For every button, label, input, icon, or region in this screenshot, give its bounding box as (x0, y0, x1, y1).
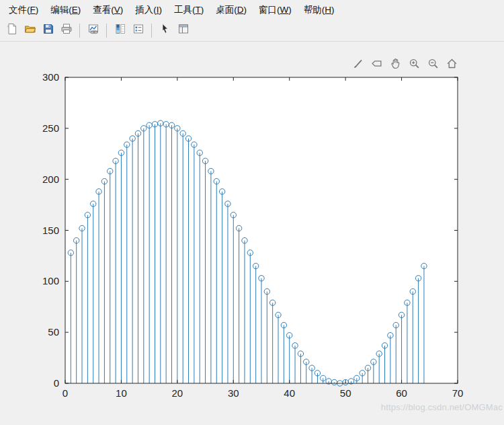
property-inspector-button[interactable] (175, 22, 192, 39)
print-figure-button[interactable] (58, 22, 75, 39)
link-plot-button[interactable] (85, 22, 101, 39)
restore-view-button[interactable] (444, 58, 460, 72)
toolbar-separator (151, 24, 152, 38)
menu-label: 帮助 (304, 5, 322, 15)
x-tick-label: 20 (172, 387, 183, 399)
insert-colorbar-button[interactable] (112, 22, 128, 39)
data-tips-icon (371, 58, 382, 72)
menu-label: 工具 (174, 5, 192, 15)
menu-label: 编辑 (50, 5, 69, 15)
data-tips-button[interactable] (369, 58, 384, 72)
open-file-button[interactable] (22, 22, 38, 39)
toolbar-separator (106, 24, 107, 38)
x-tick-label: 70 (452, 387, 464, 399)
x-tick-label: 10 (116, 387, 127, 399)
menu-label: 插入 (135, 5, 153, 15)
x-tick-label: 30 (228, 387, 239, 399)
menu-item-tools[interactable]: 工具(T) (168, 1, 210, 20)
insert-legend-button[interactable] (130, 22, 146, 39)
toolbar-separator (79, 24, 80, 38)
menu-label: 查看 (93, 5, 111, 15)
pan-hand-icon (390, 58, 401, 72)
menu-item-desktop[interactable]: 桌面(D) (210, 1, 253, 20)
brush-button[interactable] (350, 58, 366, 72)
brush-icon (352, 58, 364, 72)
y-tick-label: 50 (48, 326, 59, 338)
new-figure-button[interactable] (3, 22, 20, 39)
cursor-arrow-icon (159, 23, 171, 38)
x-tick-label: 50 (340, 387, 351, 399)
zoom-in-icon (409, 58, 420, 72)
menu-item-insert[interactable]: 插入(I) (129, 1, 168, 20)
x-tick-label: 0 (62, 387, 68, 399)
y-tick-label: 200 (42, 173, 59, 185)
y-tick-label: 150 (42, 225, 59, 236)
save-floppy-icon (42, 23, 54, 38)
menu-item-help[interactable]: 帮助(H) (298, 1, 341, 20)
axes-toolbar (350, 58, 460, 72)
save-figure-button[interactable] (40, 22, 56, 39)
colorbar-icon (114, 23, 126, 38)
figure-toolbar (0, 20, 504, 42)
stem-plot[interactable]: 010203040506070050100150200250300 (0, 42, 504, 425)
menu-item-window[interactable]: 窗口(W) (253, 1, 298, 20)
zoom-out-icon (427, 58, 439, 72)
y-tick-label: 0 (54, 377, 59, 389)
y-tick-label: 100 (42, 275, 59, 286)
x-tick-label: 60 (396, 387, 407, 399)
legend-icon (132, 23, 144, 38)
property-inspector-icon (177, 23, 190, 38)
menu-item-file[interactable]: 文件(F) (3, 1, 44, 20)
y-tick-label: 250 (42, 122, 59, 134)
y-tick-label: 300 (42, 71, 59, 83)
menu-item-view[interactable]: 查看(V) (87, 1, 129, 20)
menu-item-edit[interactable]: 编辑(E) (44, 1, 87, 20)
menu-label: 窗口 (259, 5, 277, 15)
new-figure-icon (6, 23, 18, 38)
figure-canvas[interactable]: 010203040506070050100150200250300 https:… (0, 42, 504, 425)
link-plot-icon (87, 23, 99, 38)
x-tick-label: 40 (284, 387, 295, 399)
open-folder-icon (24, 23, 36, 38)
printer-icon (60, 23, 73, 38)
home-icon (446, 58, 458, 72)
menu-bar: 文件(F) 编辑(E) 查看(V) 插入(I) 工具(T) 桌面(D) 窗口(W… (0, 0, 504, 20)
zoom-in-button[interactable] (407, 58, 422, 72)
zoom-out-button[interactable] (425, 58, 441, 72)
pan-button[interactable] (388, 58, 403, 72)
menu-label: 桌面 (216, 5, 234, 15)
menu-label: 文件 (9, 5, 27, 15)
edit-plot-button[interactable] (157, 22, 173, 39)
